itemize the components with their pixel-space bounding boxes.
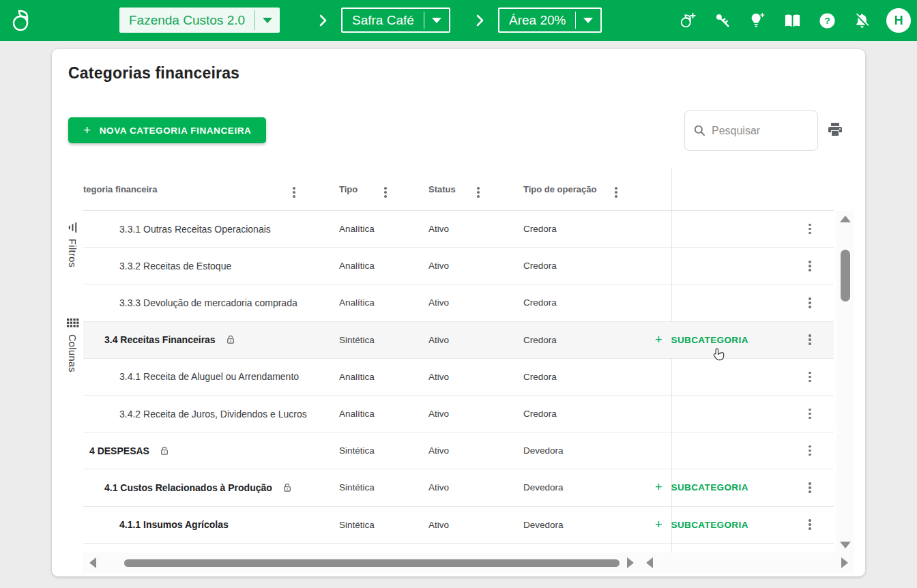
category-name: 4.1 Custos Relacionados à Produção	[104, 482, 272, 493]
table-row[interactable]: 4.1 Custos Relacionados à Produção Sinté…	[83, 469, 834, 506]
category-cell: 3.3.1 Outras Receitas Operacionais Analí…	[83, 211, 640, 247]
row-menu-icon[interactable]	[806, 295, 814, 311]
row-menu-icon[interactable]	[806, 221, 814, 237]
category-name: 3.4.1 Receita de Aluguel ou Arrendamento	[119, 371, 299, 382]
table-row[interactable]: 4 DESPESAS Sintética Ativo Devedora	[83, 432, 834, 469]
row-menu-icon[interactable]	[806, 443, 814, 459]
search-field	[684, 111, 818, 151]
farm-dropdown[interactable]: Fazenda Custos 2.0	[119, 8, 280, 33]
scroll-up-arrow-icon[interactable]	[840, 216, 851, 222]
svg-text:?: ?	[824, 16, 830, 26]
actions-cell	[640, 359, 834, 395]
row-menu-icon[interactable]	[806, 516, 814, 533]
add-subcategory-button[interactable]: + SUBCATEGORIA	[655, 333, 748, 347]
actions-cell	[640, 396, 834, 432]
category-cell: 3.4.2 Receita de Juros, Dividendos e Luc…	[83, 396, 640, 432]
actions-cell	[640, 284, 834, 321]
add-subcategory-button[interactable]: + SUBCATEGORIA	[655, 480, 748, 495]
aegro-logo-icon[interactable]	[10, 8, 34, 33]
notifications-off-icon[interactable]	[852, 10, 872, 31]
type-value: Analítica	[339, 372, 375, 382]
status-value: Ativo	[428, 261, 449, 271]
table-row[interactable]: 3.3.2 Receitas de Estoque Analítica Ativ…	[83, 248, 834, 284]
row-menu-icon[interactable]	[806, 369, 814, 385]
search-input[interactable]	[712, 125, 800, 137]
type-value: Sintética	[339, 482, 375, 493]
filters-tab-label: Filtros	[67, 239, 78, 267]
actions-cell	[640, 211, 834, 247]
vertical-scrollbar-thumb[interactable]	[841, 250, 850, 302]
table-row[interactable]: 3.4 Receitas Financeiras Sintética Ativo…	[83, 322, 834, 359]
top-app-bar: Fazenda Custos 2.0 Safra Café Área 20%	[0, 0, 917, 41]
scroll-right-arrow-icon[interactable]	[841, 557, 848, 568]
print-button[interactable]	[826, 121, 844, 139]
column-menu-icon[interactable]	[612, 184, 620, 201]
column-menu-icon[interactable]	[381, 184, 390, 201]
category-name: 4 DESPESAS	[89, 445, 149, 456]
category-name: 3.4 Receitas Financeiras	[104, 334, 216, 345]
new-financial-category-button[interactable]: + NOVA CATEGORIA FINANCEIRA	[68, 117, 266, 143]
operation-value: Credora	[523, 261, 557, 271]
search-icon	[693, 124, 706, 137]
horizontal-scrollbar-thumb[interactable]	[124, 559, 620, 567]
type-value: Sintética	[339, 520, 375, 530]
type-value: Analítica	[339, 297, 375, 308]
scroll-down-arrow-icon[interactable]	[840, 542, 851, 548]
horizontal-scrollbar-actions[interactable]	[640, 553, 854, 573]
table-row[interactable]: 3.3.3 Devolução de mercadoria comprada A…	[83, 284, 834, 321]
category-cell: 3.4.1 Receita de Aluguel ou Arrendamento…	[83, 359, 640, 395]
column-menu-icon[interactable]	[474, 184, 482, 201]
actions-cell: + SUBCATEGORIA	[640, 507, 834, 543]
category-name: 4.1.1 Insumos Agrícolas	[119, 519, 229, 530]
category-name: 3.3.3 Devolução de mercadoria comprada	[119, 297, 297, 308]
table-row[interactable]: 3.4.1 Receita de Aluguel ou Arrendamento…	[83, 359, 834, 396]
type-value: Analítica	[339, 224, 375, 234]
category-cell: 4.1.1 Insumos Agrícolas Sintética Ativo …	[83, 507, 640, 543]
type-value: Analítica	[339, 261, 375, 271]
row-menu-icon[interactable]	[806, 258, 814, 274]
row-menu-icon[interactable]	[806, 406, 814, 422]
status-value: Ativo	[428, 224, 449, 234]
column-header-type: Tipo	[339, 168, 358, 211]
chevron-down-icon	[576, 18, 600, 23]
add-subcategory-button[interactable]: + SUBCATEGORIA	[655, 518, 748, 532]
columns-side-tab[interactable]: Colunas	[60, 317, 85, 372]
add-property-icon[interactable]	[678, 10, 698, 31]
actions-cell	[640, 248, 834, 284]
key-icon[interactable]	[712, 10, 733, 31]
table-row[interactable]: 4.1.1 Insumos Agrícolas Sintética Ativo …	[83, 507, 834, 544]
user-avatar[interactable]: H	[886, 8, 911, 33]
scroll-left-arrow-icon[interactable]	[646, 557, 653, 568]
breadcrumb-chevron-icon	[475, 14, 484, 27]
filter-icon	[66, 221, 79, 234]
filters-side-tab[interactable]: Filtros	[60, 221, 85, 267]
category-cell: 3.3.3 Devolução de mercadoria comprada A…	[83, 284, 640, 321]
status-value: Ativo	[428, 297, 449, 308]
table-row[interactable]: 3.4.2 Receita de Juros, Dividendos e Luc…	[83, 396, 834, 432]
operation-value: Credora	[523, 335, 557, 345]
scroll-right-arrow-icon[interactable]	[627, 557, 634, 568]
table-row[interactable]: 3.3.1 Outras Receitas Operacionais Analí…	[83, 211, 834, 248]
vertical-scrollbar[interactable]	[836, 211, 854, 573]
knowledge-book-icon[interactable]	[782, 10, 802, 31]
horizontal-scrollbar-main[interactable]	[83, 553, 640, 573]
category-cell: 3.4 Receitas Financeiras Sintética Ativo…	[83, 322, 640, 358]
table-header: tegoria financeira Tipo Status Tipo de o…	[83, 168, 834, 211]
tips-lightbulb-icon[interactable]	[747, 10, 768, 31]
type-value: Analítica	[339, 409, 375, 419]
category-cell: 3.3.2 Receitas de Estoque Analítica Ativ…	[83, 248, 640, 284]
column-header-operation: Tipo de operação	[523, 168, 596, 211]
help-icon[interactable]: ?	[817, 10, 837, 31]
operation-value: Credora	[523, 409, 557, 419]
season-dropdown[interactable]: Safra Café	[341, 8, 450, 33]
row-menu-icon[interactable]	[806, 480, 814, 496]
subcategory-label: SUBCATEGORIA	[671, 520, 748, 530]
plus-icon: +	[655, 518, 663, 532]
actions-cell: + SUBCATEGORIA	[640, 469, 834, 505]
row-menu-icon[interactable]	[806, 332, 814, 348]
field-dropdown-label: Área 20%	[499, 13, 575, 28]
field-dropdown[interactable]: Área 20%	[498, 8, 602, 33]
subcategory-label: SUBCATEGORIA	[671, 482, 748, 493]
scroll-left-arrow-icon[interactable]	[89, 557, 96, 568]
column-menu-icon[interactable]	[290, 184, 298, 201]
